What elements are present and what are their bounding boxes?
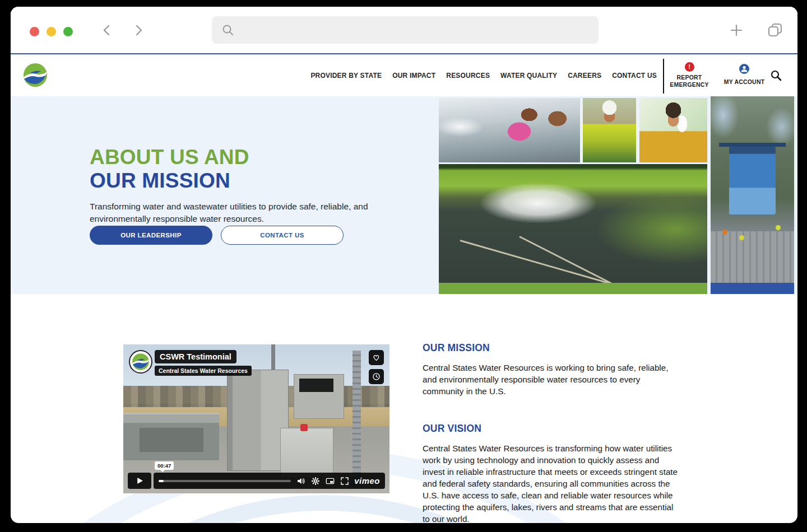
hero-photo-collage bbox=[439, 95, 794, 294]
video-title-overlay: CSWR Testimonial Central States Water Re… bbox=[129, 350, 252, 376]
our-vision-body: Central States Water Resources is transf… bbox=[423, 442, 682, 523]
vimeo-wordmark[interactable]: vimeo bbox=[354, 476, 380, 486]
like-button[interactable] bbox=[369, 350, 384, 365]
cswr-logo-icon bbox=[22, 62, 49, 88]
vimeo-video-player[interactable]: CSWR Testimonial Central States Water Re… bbox=[123, 344, 389, 493]
nav-our-impact[interactable]: OUR IMPACT bbox=[392, 72, 435, 80]
mission-vision-column: OUR MISSION Central States Water Resourc… bbox=[423, 342, 682, 523]
play-icon bbox=[136, 477, 143, 484]
address-search-bar[interactable] bbox=[212, 16, 599, 44]
video-title[interactable]: CSWR Testimonial bbox=[155, 350, 236, 363]
video-scene-control-cabinet bbox=[227, 370, 288, 471]
my-account-button[interactable]: MY ACCOUNT bbox=[723, 64, 765, 85]
our-vision-heading: OUR VISION bbox=[423, 423, 682, 435]
video-control-bar: vimeo bbox=[154, 473, 385, 489]
worker-figure bbox=[739, 235, 744, 240]
page-title-line2: OUR MISSION bbox=[90, 169, 249, 193]
progress-bar[interactable] bbox=[159, 480, 291, 482]
photo-aeration-pond bbox=[439, 164, 707, 294]
photo-boy-drinking-water bbox=[639, 98, 707, 162]
blue-accent-bar bbox=[711, 283, 794, 294]
fullscreen-button[interactable] bbox=[340, 476, 349, 486]
clock-icon bbox=[372, 372, 381, 381]
cswr-logo[interactable] bbox=[22, 62, 49, 88]
worker-figure bbox=[722, 230, 727, 235]
watch-later-button[interactable] bbox=[369, 369, 384, 384]
report-emergency-label-line2: EMERGENCY bbox=[667, 81, 711, 88]
chevron-right-icon bbox=[132, 24, 145, 37]
user-icon bbox=[739, 64, 749, 74]
page-title-line1: ABOUT US AND bbox=[90, 146, 249, 169]
video-channel-name[interactable]: Central States Water Resources bbox=[155, 366, 252, 376]
nav-provider-by-state[interactable]: PROVIDER BY STATE bbox=[310, 72, 382, 80]
browser-chrome bbox=[11, 7, 797, 54]
play-button[interactable] bbox=[128, 473, 151, 489]
window-controls bbox=[30, 27, 73, 36]
video-channel-logo[interactable] bbox=[129, 350, 152, 374]
back-button[interactable] bbox=[100, 24, 114, 37]
chevron-left-icon bbox=[100, 24, 114, 37]
forward-button[interactable] bbox=[132, 24, 145, 37]
nav-careers[interactable]: CAREERS bbox=[568, 72, 601, 80]
new-tab-plus-icon[interactable] bbox=[729, 23, 744, 38]
tab-overview-icon[interactable] bbox=[767, 22, 783, 38]
blue-equipment bbox=[729, 147, 776, 214]
photo-equipment-installation bbox=[711, 95, 794, 294]
our-mission-heading: OUR MISSION bbox=[423, 342, 682, 354]
close-window-button[interactable] bbox=[30, 27, 39, 36]
video-scene-front-box bbox=[280, 428, 333, 478]
progress-fill bbox=[159, 480, 164, 482]
photo-children-fountain bbox=[439, 98, 580, 162]
crane-beam bbox=[719, 143, 786, 147]
photo-utility-worker bbox=[583, 98, 636, 162]
gear-icon bbox=[311, 477, 320, 486]
nav-contact-us[interactable]: CONTACT US bbox=[612, 72, 657, 80]
video-scene-panel-label bbox=[299, 379, 334, 392]
zoom-window-button[interactable] bbox=[63, 27, 73, 36]
site-search-button[interactable] bbox=[771, 70, 782, 81]
heart-icon bbox=[372, 353, 381, 362]
alert-icon: ! bbox=[685, 62, 694, 72]
search-icon bbox=[222, 24, 234, 36]
nav-water-quality[interactable]: WATER QUALITY bbox=[500, 72, 557, 80]
playback-time-tooltip: 00:47 bbox=[155, 461, 174, 470]
main-navigation: PROVIDER BY STATE OUR IMPACT RESOURCES W… bbox=[310, 54, 657, 96]
hero-subtitle: Transforming water and wastewater utilit… bbox=[90, 200, 417, 225]
picture-in-picture-button[interactable] bbox=[325, 476, 335, 486]
video-scene-strut-rack bbox=[353, 351, 361, 488]
contact-us-button[interactable]: CONTACT US bbox=[221, 226, 344, 245]
header-divider bbox=[663, 59, 664, 94]
my-account-label: MY ACCOUNT bbox=[723, 78, 765, 85]
video-scene-red-switch bbox=[300, 424, 308, 431]
volume-button[interactable] bbox=[296, 476, 305, 486]
settings-button[interactable] bbox=[310, 476, 320, 486]
video-scene-basin-inner bbox=[140, 428, 203, 452]
hero-cta-row: OUR LEADERSHIP CONTACT US bbox=[90, 226, 344, 245]
our-mission-body: Central States Water Resources is workin… bbox=[423, 362, 682, 397]
green-accent-bar bbox=[439, 283, 707, 294]
site-accent-line bbox=[11, 53, 797, 54]
minimize-window-button[interactable] bbox=[47, 27, 56, 36]
browser-window: PROVIDER BY STATE OUR IMPACT RESOURCES W… bbox=[11, 7, 797, 523]
worker-figure bbox=[776, 225, 781, 230]
site-header: PROVIDER BY STATE OUR IMPACT RESOURCES W… bbox=[11, 54, 797, 96]
pip-icon bbox=[326, 477, 335, 486]
report-emergency-label-line1: REPORT bbox=[667, 74, 711, 81]
report-emergency-button[interactable]: ! REPORT EMERGENCY bbox=[667, 61, 711, 88]
concrete-wall bbox=[711, 231, 794, 283]
nav-resources[interactable]: RESOURCES bbox=[446, 72, 490, 80]
page-title: ABOUT US AND OUR MISSION bbox=[90, 146, 249, 193]
fullscreen-icon bbox=[340, 477, 349, 486]
volume-icon bbox=[296, 477, 305, 486]
our-leadership-button[interactable]: OUR LEADERSHIP bbox=[90, 226, 212, 245]
search-icon bbox=[771, 70, 782, 81]
cswr-logo-icon bbox=[131, 352, 150, 371]
